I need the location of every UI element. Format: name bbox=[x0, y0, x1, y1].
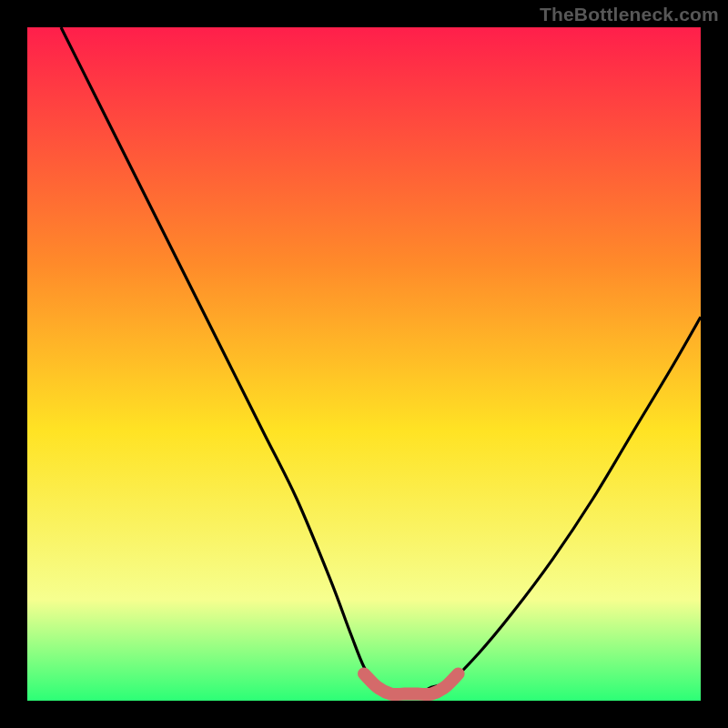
chart-stage: TheBottleneck.com bbox=[0, 0, 728, 728]
plot-background bbox=[27, 27, 701, 701]
bottleneck-chart bbox=[0, 0, 728, 728]
watermark-text: TheBottleneck.com bbox=[540, 4, 719, 25]
